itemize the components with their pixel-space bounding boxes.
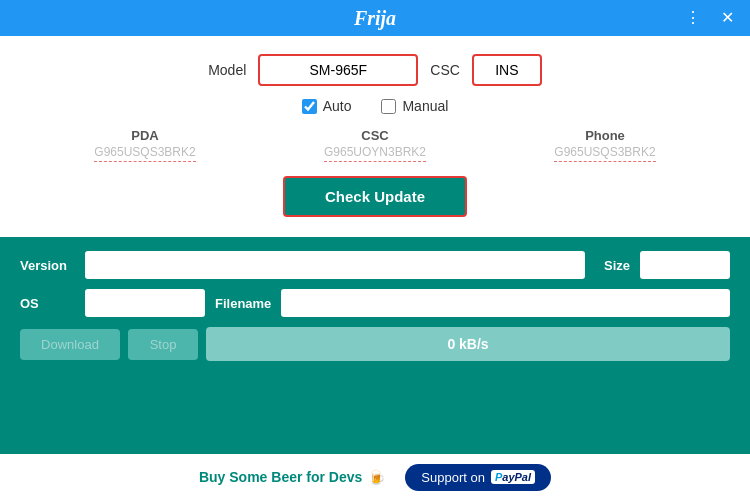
check-update-wrapper: Check Update <box>30 176 720 217</box>
model-label: Model <box>208 62 246 78</box>
stop-button[interactable]: Stop <box>128 329 198 360</box>
app-title: Frija <box>354 7 396 30</box>
auto-checkbox[interactable] <box>302 99 317 114</box>
pda-value: G965USQS3BRK2 <box>94 145 195 162</box>
beer-text: Buy Some Beer for Devs 🍺 <box>199 469 385 485</box>
close-button[interactable]: ✕ <box>715 8 740 28</box>
manual-checkbox-label[interactable]: Manual <box>381 98 448 114</box>
progress-bar: 0 kB/s <box>206 327 730 361</box>
pda-label: PDA <box>131 128 158 143</box>
pda-col: PDA G965USQS3BRK2 <box>30 128 260 162</box>
phone-col: Phone G965USQS3BRK2 <box>490 128 720 162</box>
csc-firmware-col: CSC G965UOYN3BRK2 <box>260 128 490 162</box>
csc-label: CSC <box>430 62 460 78</box>
auto-checkbox-label[interactable]: Auto <box>302 98 352 114</box>
footer: Buy Some Beer for Devs 🍺 Support on PayP… <box>0 454 750 500</box>
csc-firmware-label: CSC <box>361 128 388 143</box>
bottom-section: Version Size OS Filename Download Stop 0… <box>0 237 750 454</box>
beer-emoji: 🍺 <box>368 469 385 485</box>
filename-label: Filename <box>215 296 271 311</box>
download-row: Download Stop 0 kB/s <box>20 327 730 361</box>
manual-checkbox[interactable] <box>381 99 396 114</box>
download-button[interactable]: Download <box>20 329 120 360</box>
csc-firmware-value: G965UOYN3BRK2 <box>324 145 426 162</box>
support-on-label: Support on <box>421 470 485 485</box>
progress-text: 0 kB/s <box>447 336 488 352</box>
menu-button[interactable]: ⋮ <box>679 8 707 28</box>
paypal-logo: PayPal <box>491 470 535 484</box>
version-input[interactable] <box>85 251 585 279</box>
os-row: OS Filename <box>20 289 730 317</box>
window-controls: ⋮ ✕ <box>679 8 740 28</box>
title-bar: Frija ⋮ ✕ <box>0 0 750 36</box>
top-section: Model CSC Auto Manual PDA G965USQS3BRK2 … <box>0 36 750 237</box>
size-input[interactable] <box>640 251 730 279</box>
firmware-row: PDA G965USQS3BRK2 CSC G965UOYN3BRK2 Phon… <box>30 128 720 162</box>
os-label: OS <box>20 296 75 311</box>
csc-input[interactable] <box>472 54 542 86</box>
size-label: Size <box>595 258 630 273</box>
version-label: Version <box>20 258 75 273</box>
model-csc-row: Model CSC <box>30 54 720 86</box>
phone-label: Phone <box>585 128 625 143</box>
version-row: Version Size <box>20 251 730 279</box>
model-input[interactable] <box>258 54 418 86</box>
manual-label: Manual <box>402 98 448 114</box>
beer-label: Buy Some Beer for Devs <box>199 469 362 485</box>
os-input[interactable] <box>85 289 205 317</box>
check-update-button[interactable]: Check Update <box>283 176 467 217</box>
options-row: Auto Manual <box>30 98 720 114</box>
auto-label: Auto <box>323 98 352 114</box>
phone-value: G965USQS3BRK2 <box>554 145 655 162</box>
paypal-button[interactable]: Support on PayPal <box>405 464 551 491</box>
filename-input[interactable] <box>281 289 730 317</box>
